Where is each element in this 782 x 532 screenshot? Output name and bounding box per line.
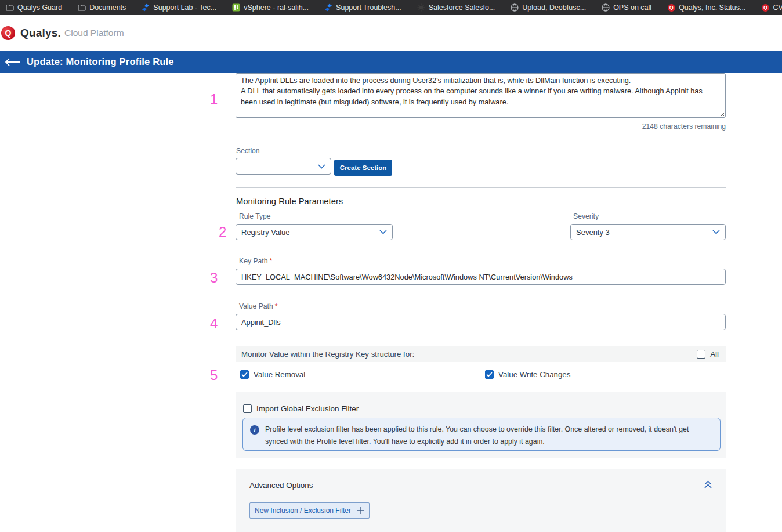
left-arrow-icon [5, 58, 20, 66]
confluence-icon [324, 3, 332, 12]
monitor-value-bar: Monitor Value within the Registry Key st… [236, 346, 726, 362]
severity-select[interactable]: Severity 3 [570, 224, 726, 240]
bookmark-label: Upload, Deobfusc... [522, 3, 586, 12]
annotation-step-1: 1 [210, 92, 218, 107]
all-checkbox[interactable] [697, 350, 705, 359]
check-icon [486, 372, 493, 377]
required-asterisk: * [269, 257, 272, 265]
new-inclusion-exclusion-filter-button[interactable]: New Inclusion / Exclusion Filter [249, 502, 370, 519]
monitoring-rule-parameters-heading: Monitoring Rule Parameters [236, 197, 343, 206]
value-write-changes-checkbox[interactable] [485, 370, 494, 379]
bookmark-label: CVE-202... [773, 3, 782, 12]
exclusion-filter-section: Import Global Exclusion Filter i Profile… [236, 392, 726, 458]
vsphere-icon [232, 3, 240, 12]
bookmark-label: Support Lab - Tec... [153, 3, 216, 12]
double-chevron-up-icon [704, 480, 712, 490]
value-removal-checkbox[interactable] [240, 370, 249, 379]
qualys-logo-icon: Q [1, 26, 15, 40]
all-checkbox-row[interactable]: All [697, 350, 719, 359]
bookmark-qualys-status[interactable]: Q Qualys, Inc. Status... [667, 3, 745, 12]
collapse-section-button[interactable] [701, 478, 714, 491]
back-button[interactable] [2, 53, 22, 71]
exclusion-info-box: i Profile level exclusion filter has bee… [242, 418, 721, 451]
bookmark-label: Qualys Guard [17, 3, 62, 12]
annotation-step-4: 4 [210, 316, 218, 331]
plus-icon [356, 506, 364, 515]
key-path-label: Key Path* [239, 257, 272, 265]
section-label: Section [236, 147, 260, 155]
value-removal-checkbox-row[interactable]: Value Removal [240, 370, 305, 379]
characters-remaining: 2148 characters remaining [642, 122, 726, 131]
bookmark-label: Qualys, Inc. Status... [679, 3, 745, 12]
annotation-step-3: 3 [210, 270, 218, 285]
page: Qualys Guard Documents Support Lab - Tec… [0, 0, 782, 532]
bookmark-cve[interactable]: Q CVE-202... [761, 3, 782, 12]
new-filter-button-label: New Inclusion / Exclusion Filter [255, 506, 351, 515]
qualys-icon: Q [761, 3, 769, 12]
monitor-value-heading: Monitor Value within the Registry Key st… [241, 350, 414, 359]
required-asterisk: * [275, 302, 278, 310]
bookmark-label: Documents [89, 3, 126, 12]
confluence-icon [142, 3, 150, 12]
browser-bookmarks-bar: Qualys Guard Documents Support Lab - Tec… [0, 0, 782, 15]
value-path-input[interactable] [236, 314, 726, 330]
app-header: Q Qualys. Cloud Platform [0, 15, 782, 51]
brand-name: Qualys. [20, 27, 61, 39]
rule-type-select[interactable]: Registry Value [236, 224, 393, 240]
check-icon [241, 372, 248, 377]
advanced-options-section: Advanced Options New Inclusion / Exclusi… [236, 469, 726, 532]
value-write-changes-checkbox-row[interactable]: Value Write Changes [485, 370, 570, 379]
rule-type-select-value: Registry Value [241, 228, 290, 237]
annotation-step-5: 5 [210, 368, 218, 383]
bookmark-support-troubleshooting[interactable]: Support Troublesh... [324, 3, 401, 12]
value-removal-label: Value Removal [254, 370, 305, 379]
bookmark-label: vSphere - ral-salih... [244, 3, 309, 12]
bookmark-vsphere[interactable]: vSphere - ral-salih... [232, 3, 309, 12]
folder-icon [6, 3, 14, 12]
all-checkbox-label: All [710, 350, 719, 359]
value-path-label: Value Path* [239, 302, 277, 310]
brand-suffix: Cloud Platform [64, 28, 124, 38]
bookmark-documents[interactable]: Documents [78, 3, 126, 12]
bookmark-upload-deobfuscate[interactable]: Upload, Deobfusc... [511, 3, 586, 12]
folder-icon [78, 3, 86, 12]
bookmark-support-lab[interactable]: Support Lab - Tec... [142, 3, 216, 12]
exclusion-info-text: Profile level exclusion filter has been … [265, 424, 712, 445]
bookmark-label: Salesforce Salesfo... [429, 3, 495, 12]
info-icon: i [250, 425, 259, 435]
page-title: Update: Monitoring Profile Rule [27, 56, 174, 67]
create-section-button[interactable]: Create Section [334, 160, 392, 176]
severity-label: Severity [573, 212, 599, 220]
bookmark-qualys-guard[interactable]: Qualys Guard [6, 3, 62, 12]
rule-form: The AppInit DLLs are loaded into the pro… [236, 73, 726, 532]
sun-burst-icon [417, 3, 425, 12]
qualys-icon: Q [667, 3, 675, 12]
section-select[interactable] [236, 158, 331, 175]
bookmark-salesforce[interactable]: Salesforce Salesfo... [417, 3, 495, 12]
bookmark-label: OPS on call [613, 3, 651, 12]
value-write-changes-label: Value Write Changes [498, 370, 570, 379]
section-divider [236, 187, 726, 188]
chevron-down-icon [379, 230, 387, 234]
key-path-input[interactable] [236, 269, 726, 285]
advanced-options-heading: Advanced Options [249, 481, 313, 490]
rule-type-label: Rule Type [239, 212, 271, 220]
chevron-down-icon [318, 164, 325, 169]
import-global-exclusion-filter-checkbox[interactable] [243, 404, 252, 413]
page-title-bar: Update: Monitoring Profile Rule [0, 51, 782, 73]
annotation-step-2: 2 [219, 225, 226, 240]
globe-icon [511, 3, 519, 12]
bookmark-label: Support Troublesh... [336, 3, 401, 12]
description-textarea[interactable]: The AppInit DLLs are loaded into the pro… [236, 73, 726, 118]
import-global-exclusion-filter-label: Import Global Exclusion Filter [256, 404, 359, 413]
bookmark-ops-on-call[interactable]: OPS on call [602, 3, 651, 12]
severity-select-value: Severity 3 [576, 228, 610, 237]
import-global-exclusion-filter-row[interactable]: Import Global Exclusion Filter [243, 404, 359, 413]
globe-icon [602, 3, 610, 12]
chevron-down-icon [712, 230, 720, 234]
